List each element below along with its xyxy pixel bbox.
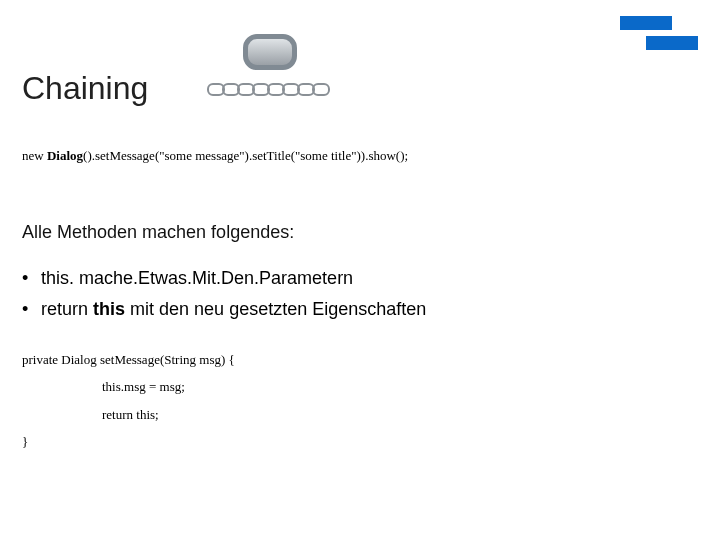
code-line: return this; [22,401,235,428]
bullet-text-2-post: mit den neu gesetzten Eigenschaften [125,299,426,319]
bullet-text-1: this. mache.Etwas.Mit.Den.Parametern [41,268,353,288]
slide: Chaining new Dialog().setMessage("some m… [0,0,720,540]
bullet-icon: • [22,299,36,320]
list-item: • return this mit den neu gesetzten Eige… [22,299,426,320]
bullet-icon: • [22,268,36,289]
brand-logo-icon [620,16,698,50]
section-subhead: Alle Methoden machen folgendes: [22,222,294,243]
code-line: } [22,428,235,455]
code-line: this.msg = msg; [22,373,235,400]
code-snippet-chaining: new Dialog().setMessage("some message").… [22,148,408,164]
bullet-list: • this. mache.Etwas.Mit.Den.Parametern •… [22,258,426,330]
page-title: Chaining [22,70,148,107]
chain-links-icon [200,34,340,100]
code-line: private Dialog setMessage(String msg) { [22,346,235,373]
code-rest: ().setMessage("some message").setTitle("… [83,148,408,163]
list-item: • this. mache.Etwas.Mit.Den.Parametern [22,268,426,289]
bullet-text-2-pre: return [41,299,93,319]
keyword-new: new [22,148,47,163]
class-name: Dialog [47,148,83,163]
code-snippet-method: private Dialog setMessage(String msg) { … [22,346,235,455]
keyword-this: this [93,299,125,319]
